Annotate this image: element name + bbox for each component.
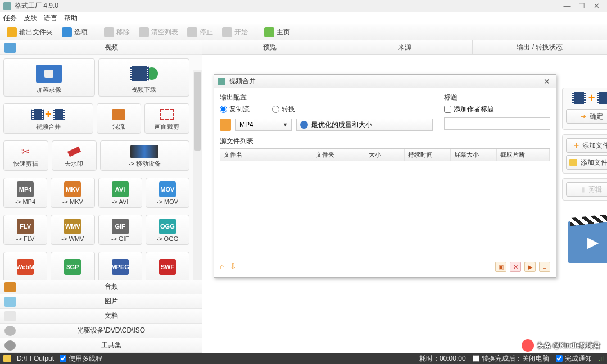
tile-快速剪辑[interactable]: ✂快速剪辑 xyxy=(3,140,48,171)
close-button[interactable]: ✕ xyxy=(589,2,604,10)
tile-fmt[interactable]: WebM xyxy=(3,252,47,280)
tile-fmt[interactable]: SWF xyxy=(146,252,189,280)
tile-屏幕录像[interactable]: 屏幕录像 xyxy=(3,58,95,97)
remove-icon[interactable]: ✕ xyxy=(510,262,521,272)
tab-preview[interactable]: 预览 xyxy=(202,40,337,54)
tile-视频下载[interactable]: 视频下载 xyxy=(98,58,190,97)
tile--> OGG[interactable]: OGG-> OGG xyxy=(146,215,189,245)
source-table-body xyxy=(220,161,550,257)
toolbar-输出文件夹[interactable]: 输出文件夹 xyxy=(3,26,56,38)
watermark: 头条 @Kindle静读君 xyxy=(522,339,600,352)
toolbar-选项[interactable]: 选项 xyxy=(58,26,91,38)
optimize-button[interactable]: 最优化的质量和大小 xyxy=(296,119,433,131)
multithread-checkbox[interactable]: 使用多线程 xyxy=(60,354,102,363)
video-icon xyxy=(4,43,16,53)
folder-icon xyxy=(3,355,11,362)
dialog-icon xyxy=(218,78,225,85)
category-picture[interactable]: 图片 xyxy=(0,294,202,309)
minimize-button[interactable]: — xyxy=(560,2,574,10)
right-pane: 预览 来源 输出 / 转换状态 视频合并 ✕ 输出配置 复制流 转换 xyxy=(202,40,607,353)
col-1[interactable]: 文件夹 xyxy=(312,149,365,161)
output-path[interactable]: D:\FFOutput xyxy=(17,354,54,362)
col-2[interactable]: 大小 xyxy=(365,149,405,161)
app-title: 格式工厂 4.9.0 xyxy=(15,1,560,11)
maximize-button[interactable]: ☐ xyxy=(574,2,589,10)
col-4[interactable]: 屏幕大小 xyxy=(451,149,497,161)
col-3[interactable]: 持续时间 xyxy=(405,149,451,161)
category-document[interactable]: 文档 xyxy=(0,309,202,324)
tools-icon xyxy=(4,340,16,351)
col-0[interactable]: 文件名 xyxy=(220,149,312,161)
dialog-title: 视频合并 xyxy=(229,76,541,86)
app-icon xyxy=(3,2,11,10)
title-input[interactable] xyxy=(444,117,550,130)
tile--> MP4[interactable]: MP4-> MP4 xyxy=(3,178,47,208)
title-label: 标题 xyxy=(444,93,550,102)
left-pane: 视频 屏幕录像视频下载 +视频合并混流画面裁剪 ✂快速剪辑去水印-> 移动设备 … xyxy=(0,40,202,353)
ok-button[interactable]: ➔确定 xyxy=(566,109,607,124)
menu-task[interactable]: 任务 xyxy=(3,13,17,23)
globe-icon xyxy=(300,121,308,129)
audio-icon xyxy=(4,282,16,292)
toolbar-开始: 开始 xyxy=(219,26,251,38)
document-icon xyxy=(4,311,16,321)
tile--> MOV[interactable]: MOV-> MOV xyxy=(146,178,189,208)
format-icon xyxy=(220,119,231,131)
play-icon[interactable]: ▶ xyxy=(524,262,536,272)
add-folder-button[interactable]: 添加文件夹 xyxy=(566,155,607,170)
menu-skin[interactable]: 皮肤 xyxy=(24,13,37,23)
cut-button[interactable]: ▮剪辑 xyxy=(566,182,607,197)
toolbar-移除: 移除 xyxy=(101,26,133,38)
add-file-button[interactable]: +添加文件 xyxy=(566,138,607,153)
folder-icon xyxy=(569,159,577,166)
scrollbar[interactable] xyxy=(193,70,202,280)
tab-source[interactable]: 来源 xyxy=(337,40,472,54)
tile--> AVI[interactable]: AVI-> AVI xyxy=(98,178,142,208)
radio-copy-stream[interactable]: 复制流 xyxy=(220,104,250,114)
down-arrow-icon[interactable]: ⇩ xyxy=(230,262,237,272)
col-5[interactable]: 截取片断 xyxy=(497,149,550,161)
watermark-icon xyxy=(522,339,534,352)
menu-bar: 任务 皮肤 语言 帮助 xyxy=(0,12,607,24)
toolbar-主页[interactable]: 主页 xyxy=(261,26,293,38)
after-done-checkbox[interactable]: 转换完成后：关闭电脑 xyxy=(473,354,549,363)
toolbar-清空列表: 清空列表 xyxy=(135,26,182,38)
tile-fmt[interactable]: 3GP xyxy=(51,252,94,280)
source-table: 文件名文件夹大小持续时间屏幕大小截取片断 xyxy=(220,148,550,257)
tile--> 移动设备[interactable]: -> 移动设备 xyxy=(100,140,190,171)
tile--> WMV[interactable]: WMV-> WMV xyxy=(51,215,94,245)
list-icon[interactable]: ≡ xyxy=(539,262,550,272)
tile--> MKV[interactable]: MKV-> MKV xyxy=(51,178,94,208)
crop-icon[interactable]: ▣ xyxy=(495,262,506,272)
tile-fmt[interactable]: MPEG xyxy=(98,252,142,280)
title-bar: 格式工厂 4.9.0 — ☐ ✕ xyxy=(0,0,607,12)
menu-help[interactable]: 帮助 xyxy=(64,13,78,23)
menu-language[interactable]: 语言 xyxy=(44,13,57,23)
tile-混流[interactable]: 混流 xyxy=(97,103,142,134)
home-icon[interactable]: ⌂ xyxy=(220,262,224,272)
notify-checkbox[interactable]: 完成通知 xyxy=(556,354,592,363)
category-audio[interactable]: 音频 xyxy=(0,280,202,294)
category-disc[interactable]: 光驱设备\DVD\CD\ISO xyxy=(0,324,202,338)
tile--> FLV[interactable]: FLV-> FLV xyxy=(3,215,47,245)
category-label: 视频 xyxy=(20,43,202,52)
output-config-label: 输出配置 xyxy=(220,93,433,102)
tile-视频合并[interactable]: +视频合并 xyxy=(3,103,93,134)
toolbar: 输出文件夹选项移除清空列表停止开始主页 xyxy=(0,24,607,40)
tile-去水印[interactable]: 去水印 xyxy=(52,140,97,171)
category-video[interactable]: 视频 xyxy=(0,40,202,55)
merge-icon: + xyxy=(566,92,607,104)
format-combo[interactable]: MP4▼ xyxy=(235,119,292,131)
category-tools[interactable]: 工具集 xyxy=(0,338,202,353)
picture-icon xyxy=(4,297,16,307)
dialog-close-button[interactable]: ✕ xyxy=(541,77,552,86)
video-merge-dialog: 视频合并 ✕ 输出配置 复制流 转换 MP4▼ 最优化的质量和大小 xyxy=(214,74,556,278)
tile-画面裁剪[interactable]: 画面裁剪 xyxy=(144,103,189,134)
tile--> GIF[interactable]: GIF-> GIF xyxy=(98,215,142,245)
tabs: 预览 来源 输出 / 转换状态 xyxy=(202,40,607,55)
tab-output-status[interactable]: 输出 / 转换状态 xyxy=(473,40,607,54)
add-author-checkbox[interactable]: 添加作者标题 xyxy=(444,104,550,114)
preview-thumb: ▶ xyxy=(568,221,607,263)
dialog-side-actions: + ➔确定 +添加文件 添加文件夹 ▮剪辑 xyxy=(562,88,607,201)
radio-convert[interactable]: 转换 xyxy=(272,104,295,114)
